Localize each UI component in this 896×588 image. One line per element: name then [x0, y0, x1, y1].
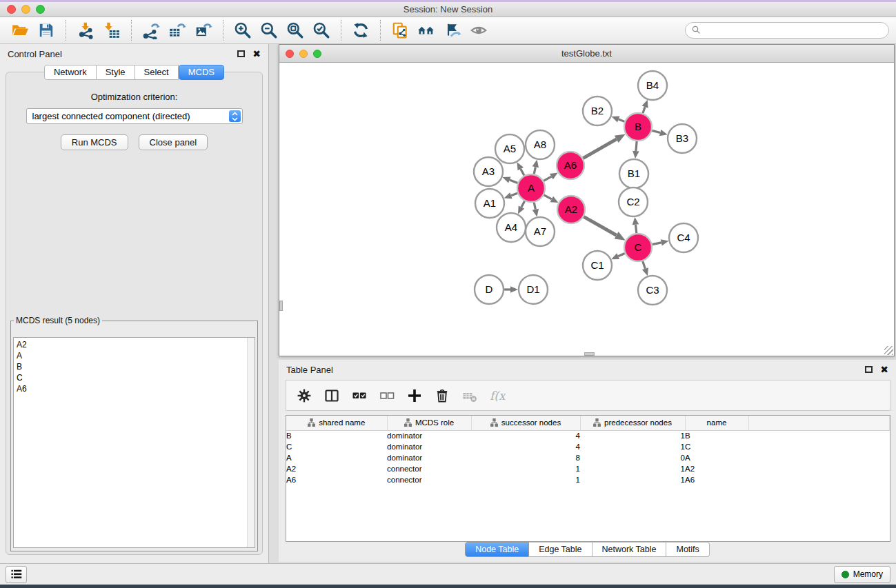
tab-network-table[interactable]: Network Table — [593, 542, 667, 557]
node-D1[interactable]: D1 — [519, 275, 548, 304]
tab-mcds[interactable]: MCDS — [179, 65, 224, 80]
node-B3[interactable]: B3 — [668, 124, 697, 153]
node-C2[interactable]: C2 — [619, 187, 648, 216]
node-C4[interactable]: C4 — [669, 223, 698, 252]
search-box[interactable] — [685, 22, 889, 39]
cell-successor-nodes[interactable]: 4 — [471, 430, 580, 441]
edge-A-A8[interactable] — [532, 160, 539, 174]
zoom-in-button[interactable] — [230, 19, 256, 42]
tab-motifs[interactable]: Motifs — [666, 542, 709, 557]
cell-name[interactable]: C — [685, 441, 748, 452]
column-header-name[interactable]: name — [685, 416, 748, 430]
cell-MCDS-role[interactable]: dominator — [387, 430, 471, 441]
table-row[interactable]: A2connector11A2 — [286, 463, 890, 474]
edge-B-B4[interactable] — [642, 100, 648, 113]
node-A2[interactable]: A2 — [557, 196, 585, 223]
edge-C-C3[interactable] — [642, 261, 648, 276]
edge-C-C2[interactable] — [633, 217, 639, 233]
settings-button[interactable] — [292, 383, 316, 408]
close-table-panel-icon[interactable]: ✖ — [880, 366, 888, 373]
open-session-button[interactable] — [7, 19, 33, 42]
close-panel-button[interactable]: Close panel — [139, 134, 208, 150]
cell-successor-nodes[interactable]: 4 — [471, 441, 580, 452]
cell-successor-nodes[interactable]: 1 — [471, 474, 580, 485]
table-row[interactable]: Bdominator41B — [286, 430, 890, 441]
node-D[interactable]: D — [475, 275, 504, 304]
zoom-fit-button[interactable] — [282, 19, 308, 42]
tab-select[interactable]: Select — [135, 65, 179, 80]
mcds-result-item[interactable]: A — [17, 350, 252, 361]
network-vertical-scrollbar[interactable] — [279, 301, 283, 311]
tab-style[interactable]: Style — [97, 65, 135, 80]
task-history-button[interactable] — [6, 566, 27, 583]
node-C1[interactable]: C1 — [583, 251, 612, 280]
search-input[interactable] — [706, 26, 883, 35]
cell-MCDS-role[interactable]: dominator — [387, 452, 471, 463]
zoom-selected-button[interactable] — [308, 19, 335, 42]
edge-B-B1[interactable] — [633, 141, 639, 159]
export-network-button[interactable] — [138, 19, 164, 42]
tab-edge-table[interactable]: Edge Table — [529, 542, 592, 557]
mcds-result-scrollbar[interactable] — [247, 338, 255, 547]
cell-predecessor-nodes[interactable]: 1 — [580, 430, 685, 441]
export-image-button[interactable] — [190, 19, 217, 42]
edge-B-B3[interactable] — [652, 130, 667, 136]
add-column-button[interactable] — [402, 383, 426, 408]
edge-A-A5[interactable] — [517, 162, 524, 175]
network-close-button[interactable] — [286, 50, 294, 58]
mcds-result-item[interactable]: B — [17, 361, 252, 372]
mcds-result-list[interactable]: A2ABCA6 — [13, 337, 255, 548]
show-selected-button[interactable] — [466, 19, 492, 42]
edge-A-A3[interactable] — [503, 176, 518, 183]
mcds-result-item[interactable]: A6 — [17, 383, 252, 394]
node-A7[interactable]: A7 — [526, 217, 555, 246]
cell-name[interactable]: A6 — [685, 474, 748, 485]
node-B[interactable]: B — [624, 113, 652, 141]
tab-network[interactable]: Network — [44, 65, 97, 80]
hide-selected-button[interactable] — [439, 19, 466, 42]
cell-shared-name[interactable]: C — [286, 441, 387, 452]
cell-name[interactable]: A2 — [685, 463, 748, 474]
edge-A-A6[interactable] — [544, 173, 558, 181]
network-minimize-button[interactable] — [299, 50, 308, 58]
node-A[interactable]: A — [517, 174, 545, 202]
maximize-window-button[interactable] — [36, 5, 45, 14]
import-table-button[interactable] — [99, 19, 125, 42]
import-network-button[interactable] — [72, 19, 99, 42]
edge-B-B2[interactable] — [611, 116, 624, 123]
first-neighbors-button[interactable] — [413, 19, 439, 42]
edge-D-D1[interactable] — [504, 286, 518, 293]
column-header-shared-name[interactable]: shared name — [286, 416, 387, 430]
memory-button[interactable]: Memory — [834, 566, 890, 583]
node-B1[interactable]: B1 — [619, 159, 648, 188]
table-row[interactable]: Cdominator41C — [286, 441, 890, 452]
node-B2[interactable]: B2 — [583, 97, 612, 125]
minimize-window-button[interactable] — [21, 5, 30, 14]
column-header-successor-nodes[interactable]: successor nodes — [471, 416, 580, 430]
node-A6[interactable]: A6 — [557, 152, 584, 179]
select-all-button[interactable] — [347, 383, 371, 408]
close-panel-icon[interactable]: ✖ — [252, 50, 261, 57]
cell-shared-name[interactable]: A2 — [286, 463, 387, 474]
cell-predecessor-nodes[interactable]: 1 — [580, 474, 685, 485]
node-A5[interactable]: A5 — [495, 134, 524, 163]
cell-predecessor-nodes[interactable]: 1 — [580, 441, 685, 452]
split-columns-button[interactable] — [319, 383, 344, 408]
cell-MCDS-role[interactable]: connector — [387, 474, 471, 485]
cell-shared-name[interactable]: A6 — [286, 474, 387, 485]
node-A4[interactable]: A4 — [497, 213, 526, 242]
delete-column-button[interactable] — [430, 383, 454, 408]
export-table-button[interactable] — [164, 19, 190, 42]
cell-name[interactable]: A — [685, 452, 748, 463]
edge-A6-B[interactable] — [583, 134, 626, 158]
cell-successor-nodes[interactable]: 1 — [471, 463, 580, 474]
edge-A2-C[interactable] — [584, 216, 625, 240]
save-session-button[interactable] — [33, 19, 59, 42]
node-B4[interactable]: B4 — [638, 71, 667, 100]
column-header-MCDS-role[interactable]: MCDS role — [387, 416, 471, 430]
node-C[interactable]: C — [624, 234, 652, 261]
deselect-all-button[interactable] — [375, 383, 399, 408]
node-A1[interactable]: A1 — [475, 189, 504, 218]
cell-MCDS-role[interactable]: dominator — [387, 441, 471, 452]
table-row[interactable]: Adominator80A — [286, 452, 890, 463]
